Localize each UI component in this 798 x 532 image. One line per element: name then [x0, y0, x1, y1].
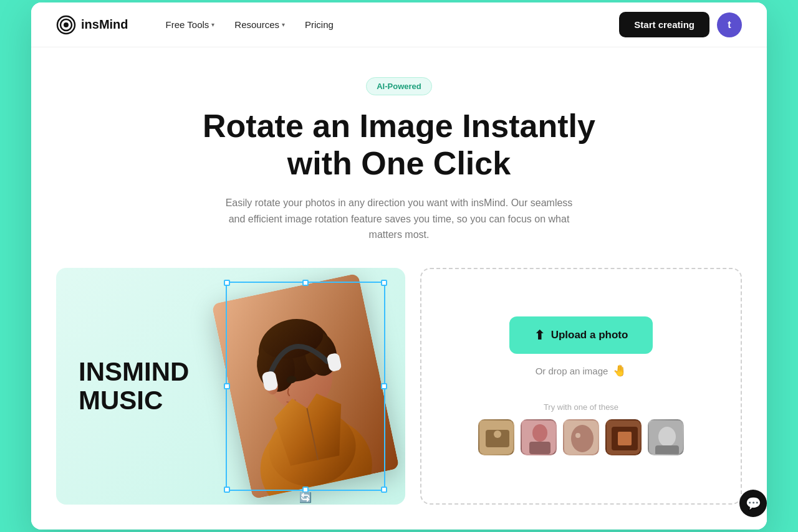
handle-tr[interactable] [381, 280, 387, 286]
sample-section: Try with one of these [436, 402, 726, 455]
upload-panel: ⬆ Upload a photo Or drop an image 🤚 Try … [420, 268, 742, 505]
drop-text: Or drop an image 🤚 [536, 364, 627, 378]
preview-text: INSMIND MUSIC [79, 358, 189, 415]
sample-thumb-2[interactable] [521, 419, 557, 455]
svg-point-19 [494, 430, 501, 438]
content-area: INSMIND MUSIC [31, 268, 767, 530]
svg-rect-22 [529, 442, 550, 454]
nav-links: Free Tools ▾ Resources ▾ Pricing [158, 14, 620, 35]
nav-right: Start creating t [619, 12, 742, 37]
logo-icon [56, 15, 76, 35]
svg-point-24 [571, 425, 594, 452]
logo-text: insMind [81, 17, 128, 32]
sample-thumb-5[interactable] [648, 419, 684, 455]
preview-panel: INSMIND MUSIC [56, 268, 405, 505]
chevron-down-icon: ▾ [282, 21, 285, 28]
hero-section: AI-Powered Rotate an Image Instantly wit… [31, 47, 767, 242]
svg-point-25 [575, 433, 580, 438]
handle-tl[interactable] [224, 280, 230, 286]
upload-photo-button[interactable]: ⬆ Upload a photo [509, 316, 653, 354]
handle-br[interactable] [381, 487, 387, 493]
upload-icon: ⬆ [534, 328, 545, 343]
browser-window: insMind Free Tools ▾ Resources ▾ Pricing… [31, 2, 767, 529]
sample-label: Try with one of these [436, 402, 726, 412]
ai-powered-badge: AI-Powered [366, 77, 432, 95]
avatar[interactable]: t [717, 12, 742, 37]
chevron-down-icon: ▾ [211, 21, 214, 28]
hero-subtitle: Easily rotate your photos in any directi… [224, 195, 574, 243]
sample-thumb-1[interactable] [478, 419, 514, 455]
nav-item-resources[interactable]: Resources ▾ [227, 14, 292, 35]
sample-images [436, 419, 726, 455]
nav-item-pricing[interactable]: Pricing [297, 14, 341, 35]
rotatable-card[interactable]: 🔄 [231, 287, 380, 486]
logo-area[interactable]: insMind [56, 15, 128, 35]
hand-icon: 🤚 [613, 364, 627, 378]
photo-card [211, 273, 399, 499]
hero-title: Rotate an Image Instantly with One Click [56, 108, 742, 183]
sample-thumb-4[interactable] [605, 419, 642, 455]
sample-thumb-3[interactable] [563, 419, 599, 455]
person-svg [211, 273, 399, 499]
svg-rect-31 [655, 445, 679, 455]
nav-item-free-tools[interactable]: Free Tools ▾ [158, 14, 223, 35]
start-creating-button[interactable]: Start creating [619, 12, 709, 37]
chat-widget[interactable]: 💬 [739, 490, 767, 517]
handle-bl[interactable] [224, 487, 230, 493]
rotate-handle[interactable]: 🔄 [299, 492, 312, 503]
svg-point-21 [532, 424, 547, 442]
chat-icon: 💬 [746, 496, 761, 511]
svg-point-30 [658, 427, 676, 447]
svg-point-2 [64, 22, 69, 27]
svg-rect-28 [618, 432, 632, 445]
rotated-image-container: 🔄 [218, 274, 393, 498]
navbar: insMind Free Tools ▾ Resources ▾ Pricing… [31, 2, 767, 47]
